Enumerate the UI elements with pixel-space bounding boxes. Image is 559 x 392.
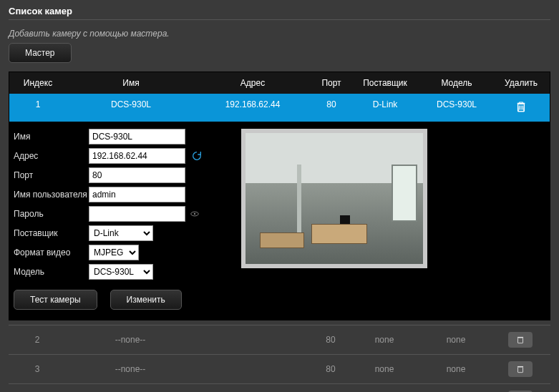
table-header: Индекс Имя Адрес Порт Поставщик Модель У… (9, 72, 550, 94)
cell-address: 192.168.62.44 (195, 94, 310, 122)
refresh-icon[interactable] (191, 150, 203, 162)
cell-name: --none-- (66, 328, 195, 351)
cell-port: 80 (310, 94, 353, 122)
cell-index: 2 (9, 328, 66, 351)
label-username: Имя пользователя (14, 190, 89, 200)
cell-name: DCS-930L (67, 94, 195, 122)
detail-panel: Имя Адрес Порт Имя пользователя (9, 122, 550, 320)
col-header-delete: Удалить (496, 72, 546, 94)
label-video-format: Формат видео (14, 248, 89, 258)
col-header-name: Имя (67, 72, 195, 94)
svg-rect-7 (517, 366, 523, 367)
svg-rect-6 (518, 367, 523, 373)
delete-icon[interactable] (508, 332, 533, 348)
table-row-selected[interactable]: 1 DCS-930L 192.168.62.44 80 D-Link DCS-9… (9, 94, 550, 122)
delete-icon[interactable] (515, 99, 528, 114)
cell-model: none (417, 387, 495, 392)
test-camera-button[interactable]: Тест камеры (14, 290, 97, 310)
svg-rect-5 (517, 337, 523, 338)
col-header-vendor: Поставщик (353, 72, 417, 94)
cell-name: --none-- (66, 387, 195, 392)
eye-icon[interactable] (190, 209, 200, 219)
cell-model: none (417, 358, 495, 381)
cell-port: 80 (309, 387, 352, 392)
cell-vendor: none (352, 358, 417, 381)
cell-vendor: none (352, 328, 417, 351)
cell-address (195, 333, 309, 346)
svg-rect-4 (518, 338, 523, 343)
table-row[interactable]: 4 --none-- 80 none none (9, 383, 550, 392)
cell-vendor: none (352, 387, 417, 392)
extra-rows: 2 --none-- 80 none none 3 --none-- 80 no… (9, 325, 550, 392)
label-port: Порт (14, 170, 89, 180)
cell-vendor: D-Link (353, 94, 417, 122)
subtitle: Добавить камеру с помощью мастера. (9, 29, 550, 39)
col-header-model: Модель (417, 72, 496, 94)
wizard-button[interactable]: Мастер (9, 43, 72, 63)
col-header-address: Адрес (195, 72, 310, 94)
cell-index: 3 (9, 358, 66, 381)
cell-name: --none-- (66, 358, 195, 381)
page-title: Список камер (9, 6, 550, 20)
cell-model: none (417, 328, 495, 351)
input-password[interactable] (89, 206, 185, 222)
col-header-port: Порт (310, 72, 353, 94)
apply-button[interactable]: Изменить (110, 290, 182, 310)
label-password: Пароль (14, 209, 89, 219)
select-model[interactable]: DCS-930L (89, 264, 153, 280)
cell-port: 80 (309, 358, 352, 381)
input-address[interactable] (89, 148, 185, 164)
input-port[interactable] (89, 167, 185, 183)
input-name[interactable] (89, 129, 185, 144)
table-row[interactable]: 2 --none-- 80 none none (9, 325, 550, 354)
col-header-index: Индекс (9, 72, 67, 94)
label-model: Модель (14, 267, 89, 277)
camera-panel: Индекс Имя Адрес Порт Поставщик Модель У… (9, 72, 550, 320)
label-vendor: Поставщик (14, 228, 89, 238)
cell-model: DCS-930L (417, 94, 496, 122)
cell-index: 1 (9, 94, 67, 122)
cell-port: 80 (309, 328, 352, 351)
input-username[interactable] (89, 187, 185, 202)
cell-address (195, 363, 309, 376)
table-row[interactable]: 3 --none-- 80 none none (9, 354, 550, 383)
cell-index: 4 (9, 387, 66, 392)
label-address: Адрес (14, 151, 89, 161)
svg-rect-1 (517, 103, 525, 104)
select-video-format[interactable]: MJPEG (89, 245, 139, 260)
select-vendor[interactable]: D-Link (89, 225, 153, 241)
delete-icon[interactable] (508, 361, 533, 377)
camera-preview (241, 129, 427, 268)
svg-point-3 (194, 213, 195, 215)
label-name: Имя (14, 132, 89, 142)
